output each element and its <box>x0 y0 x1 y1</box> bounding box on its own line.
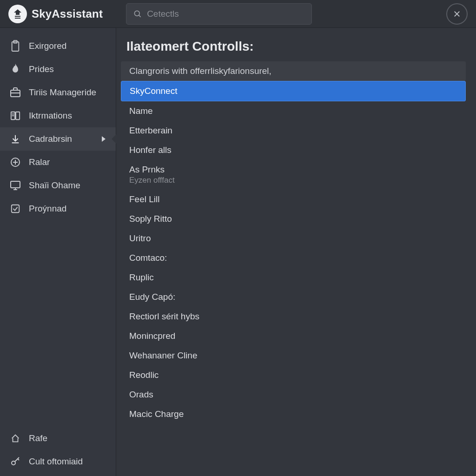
svg-rect-9 <box>16 112 20 120</box>
list-item[interactable]: Eudy Capó: <box>121 287 466 307</box>
app-header: SkyAssistant <box>0 0 476 28</box>
sidebar-bottom-rafe[interactable]: Rafe <box>0 427 116 450</box>
list-group-header[interactable]: Clangroris with offerrliskyfarionsurel, <box>121 61 466 81</box>
list-item-label: SkyConnect <box>130 86 177 96</box>
list-item-label: Comtaco: <box>129 253 167 263</box>
sidebar-item-shaii-ohame[interactable]: Shaïi Ohame <box>0 174 116 197</box>
chevron-right-icon <box>101 136 106 142</box>
list-item-label: Ruplic <box>129 272 154 282</box>
list-item-label: As Prnks <box>129 165 165 174</box>
search-icon <box>133 9 142 19</box>
list-item[interactable]: Ruplic <box>121 268 466 287</box>
list-item[interactable]: Monincpred <box>121 326 466 346</box>
list-item-sublabel: Eyzen offfact <box>129 176 457 185</box>
clipboard-icon <box>9 40 21 52</box>
key-icon <box>9 456 21 468</box>
sidebar-item-proynnad[interactable]: Proýnnad <box>0 197 116 220</box>
sidebar-item-prides[interactable]: Prides <box>0 58 116 81</box>
list-item-label: Wehananer Cline <box>129 350 197 360</box>
sidebar: Exirgored Prides Tiriis Manageride Iktrm… <box>0 28 116 476</box>
sidebar-item-label: Exirgored <box>29 41 66 51</box>
home-up-icon <box>9 432 21 444</box>
app-title: SkyAssistant <box>32 7 103 20</box>
list-item-label: Soply Ritto <box>129 214 172 224</box>
logo-group: SkyAssistant <box>8 5 103 23</box>
sidebar-item-exirgored[interactable]: Exirgored <box>0 34 116 58</box>
sidebar-item-label: Tiriis Manageride <box>29 87 96 98</box>
sidebar-item-tiriis-manageride[interactable]: Tiriis Manageride <box>0 81 116 104</box>
list-item-label: Orads <box>129 390 153 399</box>
list-item[interactable]: Orads <box>121 385 466 404</box>
sidebar-item-label: Shaïi Ohame <box>29 180 80 191</box>
list-item-label: Eudy Capó: <box>129 292 175 302</box>
svg-rect-20 <box>12 205 20 213</box>
list-item[interactable]: Feel Lill <box>121 190 466 209</box>
close-icon <box>453 10 461 18</box>
list-item-label: Name <box>129 106 153 116</box>
list-item[interactable]: As Prnks Eyzen offfact <box>121 160 466 190</box>
sidebar-bottom-cult-oftomiaid[interactable]: Cult oftomiaid <box>0 450 116 473</box>
list-item[interactable]: Reodlic <box>121 365 466 385</box>
sidebar-item-label: Cult oftomiaid <box>29 456 83 467</box>
sidebar-item-cadrabrsin[interactable]: Cadrabrsin <box>0 127 116 151</box>
list-item-label: Reodlic <box>129 370 159 380</box>
page-title: Ilateomert Controlls: <box>126 39 466 54</box>
list-item[interactable]: Rectiorl sérit hybs <box>121 307 466 326</box>
app-logo-icon <box>8 5 27 23</box>
svg-point-0 <box>134 11 139 16</box>
controls-list: Clangroris with offerrliskyfarionsurel, … <box>121 61 466 424</box>
sidebar-item-iktrmations[interactable]: Iktrmations <box>0 104 116 127</box>
list-item-label: Rectiorl sérit hybs <box>129 311 199 321</box>
sidebar-item-label: Iktrmations <box>29 111 72 121</box>
list-item-label: Macic Charge <box>129 409 184 419</box>
search-input[interactable] <box>147 9 305 19</box>
list-item[interactable]: Soply Ritto <box>121 209 466 229</box>
list-item[interactable]: Etterberain <box>121 121 466 140</box>
list-item-label: Feel Lill <box>129 194 159 204</box>
sidebar-item-label: Ralar <box>29 157 50 167</box>
monitor-icon <box>9 179 21 192</box>
sidebar-item-label: Prides <box>29 64 54 74</box>
list-item[interactable]: Macic Charge <box>121 404 466 424</box>
svg-rect-17 <box>11 181 20 188</box>
sidebar-item-label: Cadrabrsin <box>29 134 72 144</box>
panels-icon <box>9 110 21 122</box>
flame-icon <box>9 63 21 75</box>
list-item-label: Etterberain <box>129 126 172 135</box>
list-item-label: Uritro <box>129 233 151 243</box>
checkbox-icon <box>9 203 21 215</box>
plus-circle-icon <box>9 156 21 168</box>
sidebar-item-label: Rafe <box>29 433 47 443</box>
sidebar-item-ralar[interactable]: Ralar <box>0 151 116 174</box>
main-panel: Ilateomert Controlls: Clangroris with of… <box>116 28 476 476</box>
list-item[interactable]: Name <box>121 101 466 121</box>
download-icon <box>9 133 21 145</box>
list-item[interactable]: Honfer alls <box>121 140 466 160</box>
list-item-label: Honfer alls <box>129 145 172 155</box>
list-item-label: Monincpred <box>129 331 175 341</box>
close-button[interactable] <box>446 3 468 25</box>
svg-line-1 <box>139 15 141 17</box>
briefcase-icon <box>9 86 21 99</box>
list-item[interactable]: Uritro <box>121 229 466 248</box>
list-item[interactable]: SkyConnect <box>121 81 466 101</box>
list-item[interactable]: Comtaco: <box>121 248 466 268</box>
search-box[interactable] <box>126 3 312 25</box>
sidebar-item-label: Proýnnad <box>29 204 66 214</box>
svg-point-21 <box>12 461 15 465</box>
list-item[interactable]: Wehananer Cline <box>121 346 466 365</box>
